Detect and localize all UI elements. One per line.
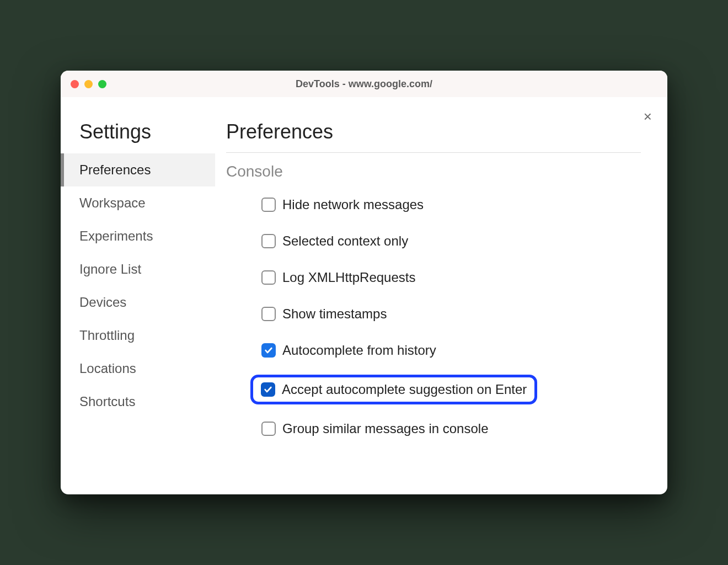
option-row[interactable]: Accept autocomplete suggestion on Enter [250, 375, 537, 404]
option-label: Selected context only [282, 233, 408, 249]
checkbox[interactable] [261, 343, 276, 358]
checkbox[interactable] [261, 422, 276, 436]
sidebar-item-preferences[interactable]: Preferences [61, 153, 215, 186]
settings-body: × Settings PreferencesWorkspaceExperimen… [61, 97, 667, 494]
sidebar-item-devices[interactable]: Devices [61, 286, 215, 319]
option-label: Group similar messages in console [282, 421, 489, 436]
settings-sidebar: Settings PreferencesWorkspaceExperiments… [61, 97, 215, 494]
option-label: Autocomplete from history [282, 343, 436, 358]
sidebar-item-shortcuts[interactable]: Shortcuts [61, 385, 215, 418]
window-title: DevTools - www.google.com/ [71, 78, 657, 90]
window-controls [71, 80, 106, 88]
settings-main: Preferences Console Hide network message… [215, 97, 667, 494]
sidebar-item-ignore-list[interactable]: Ignore List [61, 253, 215, 286]
sidebar-title: Settings [61, 120, 215, 153]
checkbox[interactable] [261, 382, 275, 397]
checkbox[interactable] [261, 270, 276, 285]
page-title: Preferences [226, 120, 641, 153]
option-row[interactable]: Selected context only [256, 229, 641, 253]
option-row[interactable]: Autocomplete from history [256, 338, 641, 363]
checkbox[interactable] [261, 307, 276, 321]
option-row[interactable]: Hide network messages [256, 193, 641, 217]
option-label: Show timestamps [282, 306, 387, 322]
option-label: Log XMLHttpRequests [282, 270, 415, 285]
sidebar-item-throttling[interactable]: Throttling [61, 319, 215, 352]
zoom-window-button[interactable] [98, 80, 106, 88]
sidebar-item-locations[interactable]: Locations [61, 352, 215, 385]
close-icon[interactable]: × [644, 109, 652, 124]
sidebar-item-workspace[interactable]: Workspace [61, 186, 215, 220]
minimize-window-button[interactable] [84, 80, 93, 88]
option-row[interactable]: Log XMLHttpRequests [256, 265, 641, 290]
close-window-button[interactable] [71, 80, 79, 88]
option-row[interactable]: Show timestamps [256, 302, 641, 326]
checkbox[interactable] [261, 198, 276, 212]
checkbox[interactable] [261, 234, 276, 248]
devtools-window: DevTools - www.google.com/ × Settings Pr… [61, 71, 667, 494]
titlebar: DevTools - www.google.com/ [61, 71, 667, 97]
sidebar-item-experiments[interactable]: Experiments [61, 220, 215, 253]
option-label: Accept autocomplete suggestion on Enter [282, 382, 527, 397]
section-title: Console [226, 163, 641, 180]
option-row[interactable]: Group similar messages in console [256, 417, 641, 441]
option-label: Hide network messages [282, 197, 424, 212]
